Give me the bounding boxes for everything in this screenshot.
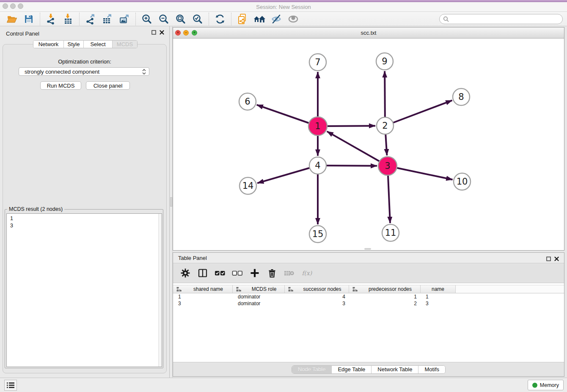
criterion-value: strongly connected component [25,69,99,75]
graph-node-4[interactable]: 4 [309,157,326,174]
clone-network-icon[interactable] [236,13,249,25]
table-cell: 3 [173,300,233,307]
run-mcds-button[interactable]: Run MCDS [40,81,81,90]
task-history-button[interactable] [4,380,17,391]
delete-table-icon [284,268,295,279]
svg-text:8: 8 [458,92,464,102]
export-table-icon[interactable] [101,13,114,25]
network-view-window: ✕ − + scc.txt 7968124314101511 [173,27,564,251]
column-type-icon [236,287,241,292]
graph-node-3[interactable]: 3 [378,157,397,175]
svg-text:11: 11 [385,228,396,238]
zoom-out-icon[interactable] [157,13,170,25]
node-table-rows: 1dominator4113dominator323 [173,293,564,307]
edge-3-10[interactable] [388,166,452,179]
svg-text:2: 2 [382,121,388,131]
zoom-selected-icon[interactable] [191,13,204,25]
result-line: 1 [10,215,13,222]
vertical-splitter[interactable] [169,26,173,378]
zoom-in-icon[interactable] [140,13,153,25]
result-scrollbar[interactable] [158,214,162,367]
network-canvas[interactable]: 7968124314101511 [173,39,564,250]
tab-motifs[interactable]: Motifs [418,366,445,373]
open-session-icon[interactable] [6,13,18,25]
toolbar-separator [231,13,231,25]
delete-icon[interactable] [267,268,278,279]
table-row[interactable]: 3dominator323 [173,300,564,307]
gear-icon[interactable] [180,268,191,279]
show-eye-icon[interactable] [287,13,300,25]
table-cell: 1 [173,293,233,300]
table-row[interactable]: 1dominator411 [173,293,564,300]
save-session-icon[interactable] [22,13,35,25]
tab-node-table[interactable]: Node Table [292,366,332,373]
column-header-MCDS-role[interactable]: MCDS role [233,285,285,293]
table-panel-title: Table Panel [178,255,207,261]
import-network-icon[interactable] [45,13,58,25]
graph-node-10[interactable]: 10 [454,173,471,190]
toolbar-separator [209,13,209,25]
tab-select[interactable]: Select [84,41,113,48]
zoom-fit-icon[interactable] [174,13,187,25]
app-title: Session: New Session [0,4,567,10]
column-header-successor-nodes[interactable]: successor nodes [285,285,349,293]
graph-node-2[interactable]: 2 [377,117,394,134]
add-icon[interactable] [249,268,260,279]
export-network-icon[interactable] [84,13,97,25]
graph-node-9[interactable]: 9 [376,53,393,70]
graph-node-1[interactable]: 1 [308,117,327,135]
network-window-titlebar[interactable]: ✕ − + scc.txt [173,28,564,39]
deselect-all-icon[interactable] [232,268,243,279]
edge-3-1[interactable] [327,131,388,166]
svg-text:10: 10 [457,177,468,187]
column-header-shared-name[interactable]: shared name [173,285,233,293]
close-panel-icon[interactable] [160,30,164,35]
optimization-criterion-label: Optimization criterion: [0,58,169,65]
edge-4-14[interactable] [257,166,318,183]
close-table-panel-icon[interactable] [554,257,559,261]
tab-mcds[interactable]: MCDS [113,41,137,48]
tab-edge-table[interactable]: Edge Table [332,366,372,373]
close-panel-button[interactable]: Close panel [86,81,130,90]
graph-node-11[interactable]: 11 [382,224,399,241]
mcds-result-textarea[interactable]: 13 [6,213,162,367]
toolbar-separator [79,13,80,25]
graph-node-14[interactable]: 14 [239,177,256,194]
svg-text:4: 4 [315,160,320,171]
criterion-select[interactable]: strongly connected component [19,67,149,76]
import-table-icon[interactable] [62,13,74,25]
graph-node-6[interactable]: 6 [239,93,256,110]
refresh-layout-icon[interactable] [214,13,226,25]
float-panel-icon[interactable] [151,30,156,35]
tab-network[interactable]: Network [33,41,64,48]
network-resize-grip[interactable] [364,248,371,250]
edge-2-8[interactable] [385,100,452,126]
column-header-predecessor-nodes[interactable]: predecessor nodes [349,285,421,293]
columns-icon[interactable] [197,268,208,279]
select-all-icon[interactable] [215,268,226,279]
tab-style[interactable]: Style [64,41,84,48]
app-titlebar: Session: New Session [0,0,567,12]
table-tab-strip: Node TableEdge TableNetwork TableMotifs [173,362,564,376]
export-image-icon[interactable] [118,13,131,25]
column-type-icon [288,287,293,292]
mcds-result-group: MCDS result (2 nodes) 13 [5,209,163,368]
tab-network-table[interactable]: Network Table [372,366,418,373]
homes-icon[interactable] [253,13,266,25]
column-header-name[interactable]: name [421,285,456,293]
svg-text:14: 14 [242,181,254,191]
svg-text:7: 7 [315,57,320,67]
search-input[interactable] [451,15,562,23]
splitter-handle[interactable] [170,197,172,207]
memory-button[interactable]: Memory [528,380,564,390]
search-box[interactable] [439,14,563,24]
hide-eye-icon[interactable] [270,13,283,25]
graph-node-8[interactable]: 8 [453,88,470,105]
float-table-panel-icon[interactable] [546,257,551,261]
column-type-icon [352,287,358,292]
graph-node-15[interactable]: 15 [309,226,326,243]
memory-status-icon [532,383,537,388]
table-cell: dominator [233,300,285,307]
graph-node-7[interactable]: 7 [309,54,326,71]
table-cell: dominator [233,293,285,300]
